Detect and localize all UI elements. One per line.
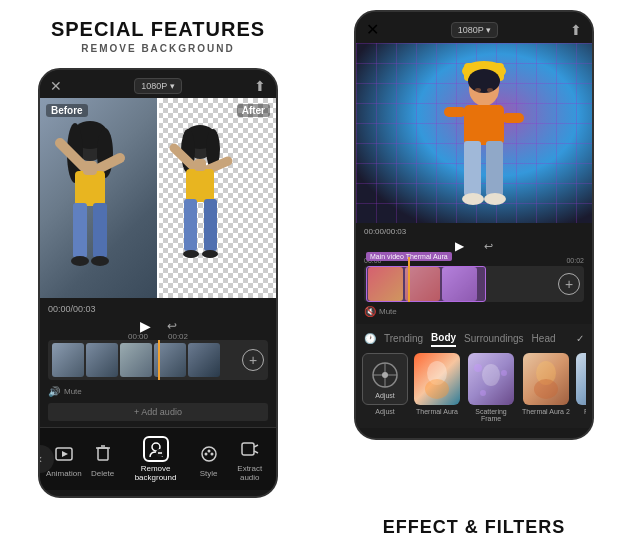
svg-rect-8 bbox=[73, 203, 87, 258]
fembot-label: Fembot 1 bbox=[584, 408, 586, 415]
delete-label: Delete bbox=[91, 469, 114, 478]
undo-button-left[interactable]: ↩ bbox=[167, 319, 177, 333]
mute-icon[interactable]: 🔊 bbox=[48, 386, 60, 397]
svg-rect-33 bbox=[202, 447, 216, 461]
chevron-down-icon[interactable]: ✓ bbox=[576, 333, 584, 344]
before-label: Before bbox=[46, 104, 88, 117]
toolbar-remove-bg[interactable]: Remove background bbox=[120, 434, 192, 484]
bottom-toolbar-left: ‹ Animation Delete bbox=[40, 427, 276, 490]
mute-icon-right[interactable]: 🔇 bbox=[364, 306, 376, 317]
svg-point-64 bbox=[534, 379, 558, 399]
main-video-area bbox=[356, 43, 592, 223]
effects-tabs: 🕐 Trending Body Surroundings Head ✓ bbox=[362, 330, 586, 347]
left-phone-mock: ✕ 1080P ▾ ⬆ Before After bbox=[38, 68, 278, 498]
right-phone-mock: ✕ 1080P ▾ ⬆ bbox=[354, 10, 594, 440]
svg-point-49 bbox=[462, 193, 484, 205]
add-audio-bar[interactable]: + Add audio bbox=[48, 403, 268, 421]
svg-point-35 bbox=[207, 449, 210, 452]
svg-point-34 bbox=[204, 452, 207, 455]
upload-icon[interactable]: ⬆ bbox=[254, 78, 266, 94]
add-clip-button[interactable]: + bbox=[242, 349, 264, 371]
extract-audio-icon bbox=[237, 436, 263, 462]
tab-surroundings[interactable]: Surroundings bbox=[464, 331, 523, 346]
timeline-controls-right: ▶ ↩ bbox=[364, 239, 584, 253]
toolbar-style[interactable]: Style bbox=[192, 439, 226, 480]
tab-body[interactable]: Body bbox=[431, 330, 456, 347]
thermal2-label: Thermal Aura 2 bbox=[522, 408, 570, 415]
timeline-time-02: 00:02 bbox=[566, 257, 584, 264]
play-button-right[interactable]: ▶ bbox=[455, 239, 464, 253]
scattering-label: Scattering Frame bbox=[466, 408, 516, 422]
close-icon-right[interactable]: ✕ bbox=[366, 20, 379, 39]
svg-rect-21 bbox=[204, 199, 217, 251]
style-icon bbox=[196, 441, 222, 467]
delete-icon bbox=[90, 441, 116, 467]
svg-rect-48 bbox=[486, 141, 503, 196]
svg-rect-24 bbox=[194, 159, 206, 171]
remove-bg-label: Remove background bbox=[124, 464, 188, 482]
timeline-area-left: 00:00/00:03 ▶ ↩ 00:00 00:02 + bbox=[40, 298, 276, 427]
right-panel: ✕ 1080P ▾ ⬆ bbox=[316, 0, 632, 560]
timeline-thumb-1 bbox=[52, 343, 84, 377]
undo-button-right[interactable]: ↩ bbox=[484, 240, 493, 253]
svg-point-62 bbox=[480, 390, 486, 396]
svg-rect-46 bbox=[502, 113, 524, 123]
style-label: Style bbox=[200, 469, 218, 478]
svg-point-23 bbox=[202, 250, 218, 258]
timeline-strip-container: 00:00 00:02 Main video Thermal Aura + bbox=[364, 257, 584, 302]
effect-item-scattering[interactable]: Scattering Frame bbox=[466, 353, 516, 422]
special-features-title: SPECIAL FEATURES bbox=[51, 18, 265, 41]
before-half bbox=[40, 98, 158, 298]
timecode-left: 00:00/00:03 bbox=[48, 304, 268, 314]
remove-bg-subtitle: REMOVE BACKGROUND bbox=[81, 43, 234, 54]
effect-filters-section: EFFECT & FILTERS bbox=[316, 517, 632, 550]
toolbar-extract-audio[interactable]: Extract audio bbox=[226, 434, 274, 484]
girl-silhouette-after bbox=[158, 113, 243, 298]
svg-point-56 bbox=[382, 372, 388, 378]
effect-item-thermal-aura[interactable]: Thermal Aura bbox=[414, 353, 460, 422]
tab-trending[interactable]: Trending bbox=[384, 331, 423, 346]
add-clip-button-right[interactable]: + bbox=[558, 273, 580, 295]
toolbar-delete[interactable]: Delete bbox=[86, 439, 120, 480]
svg-rect-47 bbox=[464, 141, 481, 196]
svg-point-11 bbox=[91, 256, 109, 266]
svg-rect-45 bbox=[444, 107, 466, 117]
resolution-badge-right[interactable]: 1080P ▾ bbox=[451, 22, 498, 38]
svg-point-52 bbox=[487, 88, 493, 92]
left-panel: SPECIAL FEATURES REMOVE BACKGROUND ✕ 108… bbox=[0, 0, 316, 560]
svg-point-50 bbox=[484, 193, 506, 205]
upload-icon-right[interactable]: ⬆ bbox=[570, 22, 582, 38]
svg-marker-26 bbox=[62, 451, 68, 457]
girl-silhouette-right bbox=[434, 53, 534, 223]
animation-label: Animation bbox=[46, 469, 82, 478]
clock-icon[interactable]: 🕐 bbox=[364, 333, 376, 344]
mute-row: 🔊 Mute bbox=[48, 384, 268, 399]
resolution-badge-left[interactable]: 1080P ▾ bbox=[134, 78, 181, 94]
timeline-strip-right[interactable]: Main video Thermal Aura + bbox=[364, 266, 584, 302]
effect-item-fembot[interactable]: Fembot 1 bbox=[576, 353, 586, 422]
svg-point-36 bbox=[210, 452, 213, 455]
extract-audio-label: Extract audio bbox=[230, 464, 270, 482]
animation-icon bbox=[51, 441, 77, 467]
thermal-aura-thumb bbox=[414, 353, 460, 405]
phone-header-right: ✕ 1080P ▾ ⬆ bbox=[356, 12, 592, 43]
effect-item-thermal2[interactable]: Thermal Aura 2 bbox=[522, 353, 570, 422]
svg-point-51 bbox=[475, 88, 481, 92]
close-icon[interactable]: ✕ bbox=[50, 78, 62, 94]
timeline-thumb-5 bbox=[188, 343, 220, 377]
timeline-thumb-2 bbox=[86, 343, 118, 377]
timeline-thumb-3 bbox=[120, 343, 152, 377]
svg-rect-19 bbox=[186, 169, 214, 202]
svg-point-60 bbox=[474, 364, 482, 372]
after-half bbox=[158, 98, 276, 298]
svg-point-59 bbox=[482, 364, 500, 386]
before-after-divider bbox=[157, 98, 159, 298]
thermal-aura-label: Thermal Aura bbox=[416, 408, 458, 415]
svg-rect-7 bbox=[75, 171, 105, 206]
svg-rect-37 bbox=[242, 443, 254, 455]
svg-rect-12 bbox=[83, 161, 97, 175]
tab-head[interactable]: Head bbox=[532, 331, 556, 346]
effect-item-adjust[interactable]: Adjust Adjust bbox=[362, 353, 408, 422]
svg-point-10 bbox=[71, 256, 89, 266]
svg-point-43 bbox=[468, 69, 500, 93]
